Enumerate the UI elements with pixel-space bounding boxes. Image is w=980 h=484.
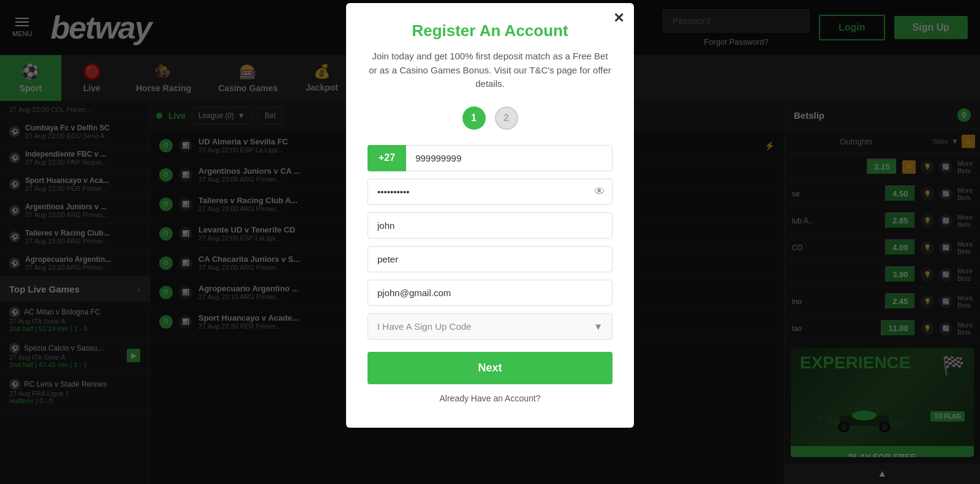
last-name-input[interactable] <box>368 246 612 272</box>
step-2-indicator: 2 <box>495 106 518 130</box>
chevron-down-icon: ▼ <box>594 321 603 332</box>
phone-number-input[interactable] <box>406 145 612 171</box>
modal-title: Register An Account <box>368 21 612 40</box>
modal-close-button[interactable]: ✕ <box>613 10 624 26</box>
eye-icon[interactable]: 👁 <box>594 185 605 198</box>
password-wrapper: 👁 <box>368 179 612 205</box>
signup-code-label: I Have A Sign Up Code <box>377 321 471 332</box>
modal-overlay: ✕ Register An Account Join today and get… <box>0 0 980 484</box>
register-modal: ✕ Register An Account Join today and get… <box>346 3 634 428</box>
email-input[interactable] <box>368 280 612 306</box>
password-field[interactable] <box>368 179 612 205</box>
signup-code-dropdown[interactable]: I Have A Sign Up Code ▼ <box>368 313 612 340</box>
country-code-button[interactable]: +27 <box>368 145 406 171</box>
already-account-text: Already Have an Account? <box>368 393 612 403</box>
first-name-input[interactable] <box>368 212 612 239</box>
phone-row: +27 <box>368 145 612 171</box>
step-indicators: 1 2 <box>368 106 612 130</box>
modal-subtitle: Join today and get 100% first deposit ma… <box>368 50 612 91</box>
next-button[interactable]: Next <box>368 352 612 384</box>
step-1-indicator: 1 <box>462 106 486 130</box>
